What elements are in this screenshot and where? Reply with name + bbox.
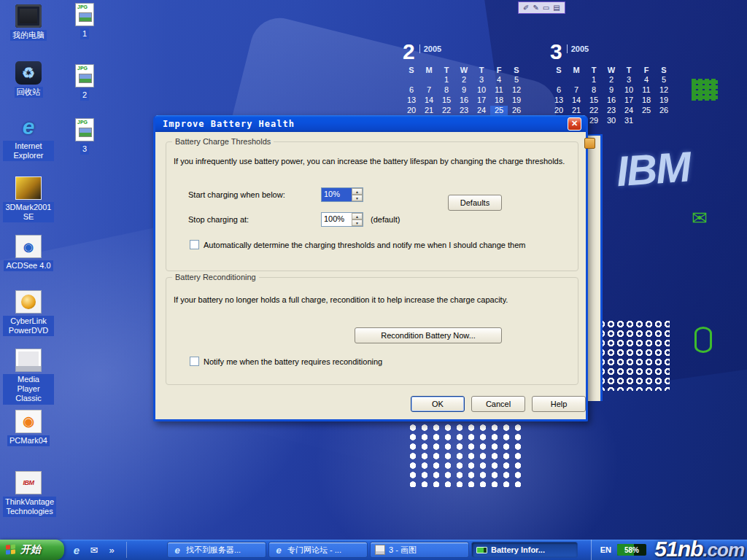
desktop-icon-acdsee[interactable]: ◉ ACDSee 4.0 — [3, 235, 54, 271]
wallpaper-keypad-graphic — [692, 79, 718, 101]
my-computer-icon — [15, 4, 42, 28]
help-button[interactable]: Help — [532, 396, 586, 412]
group-title: Battery Reconditioning — [172, 273, 259, 281]
calendar-march: 3 2005 SMTWTFS12345678910111213141516171… — [550, 41, 676, 125]
improve-battery-health-dialog: Improve Battery Health ✕ Battery Charge … — [153, 115, 588, 421]
chevron-right-icon[interactable]: » — [105, 543, 118, 556]
start-button-label: 开始 — [20, 543, 41, 556]
close-icon[interactable]: ✕ — [568, 117, 581, 131]
calendar-day: 8 — [438, 85, 455, 95]
jpg-file-icon: JPG — [75, 118, 94, 141]
calendar-weekday: S — [403, 66, 420, 74]
calendar-day: 26 — [655, 106, 673, 115]
desktop-icon-recycle-bin[interactable]: ♻ 回收站 — [3, 61, 54, 98]
notify-recondition-checkbox[interactable] — [190, 357, 199, 366]
desktop-icon-internet-explorer[interactable]: e Internet Explorer — [3, 115, 54, 161]
start-charging-spinner[interactable]: 10% ▲ ▼ — [321, 187, 363, 202]
calendar-day: 5 — [508, 75, 525, 85]
calendar-day: 2 — [603, 75, 620, 85]
calendar-day: 18 — [490, 96, 508, 105]
thresholds-description: If you infrequently use battery power, y… — [174, 157, 568, 166]
calendar-day — [638, 116, 655, 125]
start-button[interactable]: 开始 — [0, 540, 64, 560]
calendar-day: 2 — [455, 75, 473, 85]
floating-toolbar[interactable]: ✐ ✎ ▭ ▤ — [518, 1, 565, 14]
jpg-file-icon: JPG — [75, 3, 94, 26]
background-window-button[interactable] — [584, 138, 595, 149]
task-button-paint[interactable]: 3 - 画图 — [370, 542, 469, 558]
jpg-file-icon: JPG — [75, 64, 94, 88]
calendar-day: 6 — [550, 85, 568, 95]
calendar-day: 1 — [438, 75, 455, 85]
calendar-day: 23 — [455, 106, 473, 115]
language-indicator[interactable]: EN — [600, 545, 611, 554]
desktop-icon-jpg-3[interactable]: JPG 3 — [61, 118, 108, 155]
notify-recondition-checkbox-row[interactable]: Notify me when the battery requires reco… — [190, 357, 569, 366]
icon-label: 2 — [80, 90, 89, 101]
auto-determine-checkbox-row[interactable]: Automatically determine the charging thr… — [190, 240, 569, 249]
calendar-weekday: T — [585, 66, 603, 74]
calendar-day: 21 — [568, 106, 585, 115]
calendar-day: 20 — [550, 106, 568, 115]
calendar-day: 5 — [655, 75, 673, 85]
spinner-up-icon[interactable]: ▲ — [352, 188, 363, 195]
ok-button[interactable]: OK — [411, 396, 465, 412]
icon-label: Media Player Classic — [3, 374, 54, 405]
desktop-icon-pcmark04[interactable]: ◉ PCMark04 — [3, 410, 54, 446]
spinner-up-icon[interactable]: ▲ — [352, 213, 363, 219]
notify-recondition-checkbox-label: Notify me when the battery requires reco… — [204, 357, 382, 366]
auto-determine-checkbox[interactable] — [190, 240, 199, 249]
recondition-battery-button[interactable]: Recondition Battery Now... — [355, 327, 502, 343]
calendar-day: 16 — [455, 96, 473, 105]
battery-status-indicator[interactable]: 58% — [617, 544, 646, 556]
desktop-icon-thinkvantage[interactable]: IBM ThinkVantage Technologies — [3, 471, 54, 517]
desktop-icon-jpg-2[interactable]: JPG 2 — [61, 64, 108, 101]
desktop-icon-media-player-classic[interactable]: Media Player Classic — [3, 349, 54, 405]
icon-label: ThinkVantage Technologies — [3, 497, 56, 517]
calendar-day: 7 — [420, 85, 438, 95]
task-button-forum[interactable]: e 专门网论坛 - ... — [268, 542, 368, 558]
calendar-day: 15 — [585, 96, 603, 105]
cancel-button[interactable]: Cancel — [471, 396, 525, 412]
internet-explorer-icon[interactable]: e — [70, 543, 83, 556]
calendar-weekday: F — [638, 66, 655, 74]
desktop-icon-3dmark2001[interactable]: 3DMark2001 SE — [3, 176, 54, 222]
calendar-february: 2 2005 SMTWTFS12345678910111213141516171… — [403, 41, 528, 125]
pen-icon[interactable]: ✐ — [523, 4, 529, 12]
task-button-battery-information[interactable]: Battery Infor... — [471, 542, 578, 558]
desktop-icon-jpg-1[interactable]: JPG 1 — [61, 3, 108, 39]
pencil-icon[interactable]: ✎ — [533, 4, 538, 12]
battery-cylinder-graphic — [694, 327, 712, 353]
calendar-day — [420, 75, 438, 85]
task-button-server-not-found[interactable]: e 找不到服务器... — [167, 542, 266, 558]
stop-charging-spinner[interactable]: 100% ▲ ▼ — [321, 212, 363, 227]
desktop-icon-my-computer[interactable]: 我的电脑 — [3, 4, 54, 41]
defaults-button[interactable]: Defaults — [448, 195, 502, 211]
calendar-day: 3 — [620, 75, 638, 85]
calendar-day: 31 — [620, 116, 638, 125]
calendar-day: 11 — [490, 85, 508, 95]
calendar-day: 10 — [620, 85, 638, 95]
reconditioning-description: If your battery no longer holds a full c… — [174, 295, 568, 304]
calendar-day: 14 — [568, 96, 585, 105]
mail-icon[interactable]: ✉ — [88, 543, 101, 556]
spinner-down-icon[interactable]: ▼ — [352, 195, 363, 201]
calendar-day: 4 — [638, 75, 655, 85]
calendar-day: 24 — [473, 106, 490, 115]
paint-icon — [375, 545, 385, 555]
desktop-icon-powerdvd[interactable]: CyberLink PowerDVD — [3, 290, 54, 336]
calendar-day: 23 — [603, 106, 620, 115]
panel-icon[interactable]: ▤ — [553, 4, 560, 12]
calendar-day: 14 — [420, 96, 438, 105]
calendar-day — [655, 116, 673, 125]
calendar-day: 16 — [603, 96, 620, 105]
system-tray: EN 58% — [591, 540, 747, 560]
icon-label: PCMark04 — [7, 435, 50, 446]
dialog-titlebar[interactable]: Improve Battery Health ✕ — [155, 115, 586, 132]
start-charging-value[interactable]: 10% — [322, 188, 352, 201]
stop-charging-value[interactable]: 100% — [322, 213, 352, 226]
calendar-day: 17 — [620, 96, 638, 105]
calendar-day: 22 — [585, 106, 603, 115]
eraser-icon[interactable]: ▭ — [543, 4, 549, 12]
spinner-down-icon[interactable]: ▼ — [352, 219, 363, 226]
